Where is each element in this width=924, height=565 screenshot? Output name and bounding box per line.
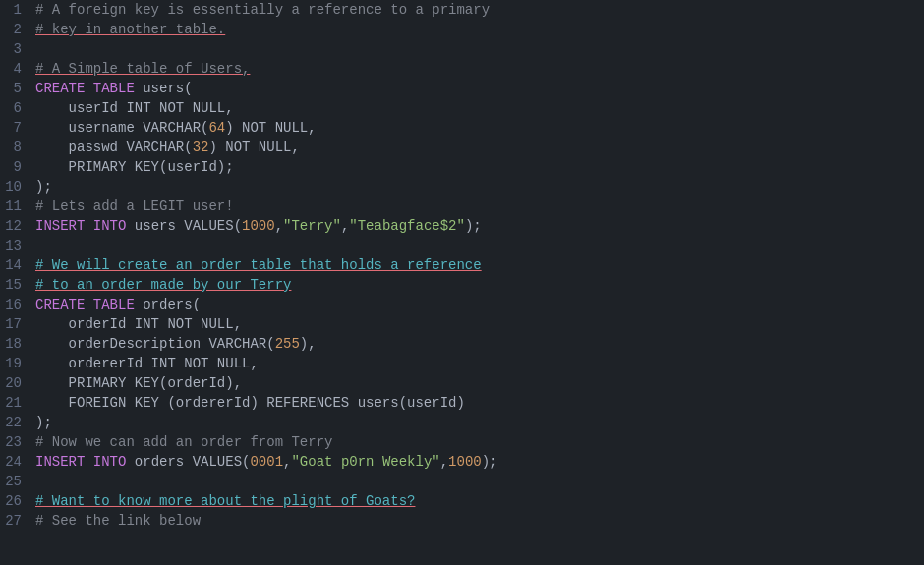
token: 0001 <box>250 454 283 470</box>
line-number: 12 <box>0 216 31 236</box>
token: # Now we can add an order from Terry <box>35 434 332 450</box>
line-number: 22 <box>0 413 31 432</box>
token: ) NOT NULL, <box>208 140 299 155</box>
token: , <box>440 454 448 470</box>
line-number: 14 <box>0 255 31 275</box>
code-line: 1# A foreign key is essentially a refere… <box>0 0 924 20</box>
token: CREATE TABLE <box>35 297 143 312</box>
token: ); <box>35 415 52 430</box>
token: INSERT INTO <box>35 218 135 234</box>
token: orderId INT NOT NULL, <box>35 316 242 332</box>
code-line: 13 <box>0 236 924 255</box>
code-line: 20 PRIMARY KEY(orderId), <box>0 373 924 393</box>
line-number: 24 <box>0 452 31 472</box>
line-content: # key in another table. <box>31 20 924 39</box>
token: ), <box>300 336 317 352</box>
code-line: 14# We will create an order table that h… <box>0 255 924 275</box>
token: "Terry" <box>283 218 341 234</box>
line-number: 11 <box>0 197 31 216</box>
line-content: # See the link below <box>31 511 924 531</box>
line-number: 9 <box>0 157 31 177</box>
code-line: 9 PRIMARY KEY(userId); <box>0 157 924 177</box>
code-line: 21 FOREIGN KEY (ordererId) REFERENCES us… <box>0 393 924 413</box>
token: # Want to know more about the plight of … <box>35 493 415 509</box>
line-number: 19 <box>0 354 31 373</box>
token: INSERT INTO <box>35 454 135 470</box>
line-number: 3 <box>0 39 31 59</box>
line-content: # to an order made by our Terry <box>31 275 924 295</box>
line-content: FOREIGN KEY (ordererId) REFERENCES users… <box>31 393 924 413</box>
line-number: 7 <box>0 118 31 138</box>
line-number: 21 <box>0 393 31 413</box>
line-content <box>31 236 924 255</box>
line-number: 17 <box>0 314 31 334</box>
line-content: ); <box>31 177 924 197</box>
line-number: 6 <box>0 98 31 118</box>
token: userId INT NOT NULL, <box>35 100 234 116</box>
token: orderDescription VARCHAR( <box>35 336 275 352</box>
line-number: 4 <box>0 59 31 79</box>
token: CREATE TABLE <box>35 81 143 96</box>
token: 1000 <box>448 454 482 470</box>
token: username VARCHAR( <box>35 120 208 136</box>
line-number: 23 <box>0 432 31 452</box>
line-number: 2 <box>0 20 31 39</box>
token: ); <box>482 454 498 470</box>
token: orders VALUES( <box>135 454 251 470</box>
token: passwd VARCHAR( <box>35 140 193 155</box>
line-number: 1 <box>0 0 31 20</box>
token: # A foreign key is essentially a referen… <box>35 2 490 18</box>
line-content: INSERT INTO users VALUES(1000,"Terry","T… <box>31 216 924 236</box>
line-content: # Now we can add an order from Terry <box>31 432 924 452</box>
token: users( <box>143 81 192 96</box>
token: # A Simple table of Users, <box>35 61 250 77</box>
line-content: CREATE TABLE orders( <box>31 295 924 314</box>
line-content: passwd VARCHAR(32) NOT NULL, <box>31 138 924 157</box>
token: "Goat p0rn Weekly" <box>291 454 439 470</box>
line-content: orderId INT NOT NULL, <box>31 314 924 334</box>
token: 64 <box>208 120 225 136</box>
line-number: 5 <box>0 79 31 98</box>
token: ) NOT NULL, <box>225 120 316 136</box>
code-line: 4# A Simple table of Users, <box>0 59 924 79</box>
line-content: INSERT INTO orders VALUES(0001,"Goat p0r… <box>31 452 924 472</box>
line-content: # We will create an order table that hol… <box>31 255 924 275</box>
line-content <box>31 472 924 491</box>
line-content: # Lets add a LEGIT user! <box>31 197 924 216</box>
line-content: ordererId INT NOT NULL, <box>31 354 924 373</box>
code-line: 19 ordererId INT NOT NULL, <box>0 354 924 373</box>
token: ); <box>465 218 482 234</box>
token: , <box>275 218 283 234</box>
code-line: 24INSERT INTO orders VALUES(0001,"Goat p… <box>0 452 924 472</box>
line-number: 18 <box>0 334 31 354</box>
line-content: PRIMARY KEY(userId); <box>31 157 924 177</box>
token: # key in another table. <box>35 22 225 37</box>
line-number: 16 <box>0 295 31 314</box>
code-line: 26# Want to know more about the plight o… <box>0 491 924 511</box>
token: # Lets add a LEGIT user! <box>35 198 234 214</box>
code-line: 16CREATE TABLE orders( <box>0 295 924 314</box>
code-line: 23# Now we can add an order from Terry <box>0 432 924 452</box>
code-line: 10); <box>0 177 924 197</box>
token: # See the link below <box>35 513 201 529</box>
token: orders( <box>143 297 201 312</box>
line-content: userId INT NOT NULL, <box>31 98 924 118</box>
line-content: # Want to know more about the plight of … <box>31 491 924 511</box>
line-number: 26 <box>0 491 31 511</box>
code-line: 12INSERT INTO users VALUES(1000,"Terry",… <box>0 216 924 236</box>
code-line: 27# See the link below <box>0 511 924 531</box>
token: # to an order made by our Terry <box>35 277 291 293</box>
code-line: 5CREATE TABLE users( <box>0 79 924 98</box>
code-line: 22); <box>0 413 924 432</box>
token: users VALUES( <box>135 218 242 234</box>
line-content: PRIMARY KEY(orderId), <box>31 373 924 393</box>
token: 1000 <box>242 218 275 234</box>
code-line: 8 passwd VARCHAR(32) NOT NULL, <box>0 138 924 157</box>
token: ); <box>35 179 52 195</box>
line-number: 20 <box>0 373 31 393</box>
code-line: 18 orderDescription VARCHAR(255), <box>0 334 924 354</box>
token: 32 <box>193 140 209 155</box>
token: 255 <box>275 336 300 352</box>
code-line: 3 <box>0 39 924 59</box>
code-line: 2# key in another table. <box>0 20 924 39</box>
